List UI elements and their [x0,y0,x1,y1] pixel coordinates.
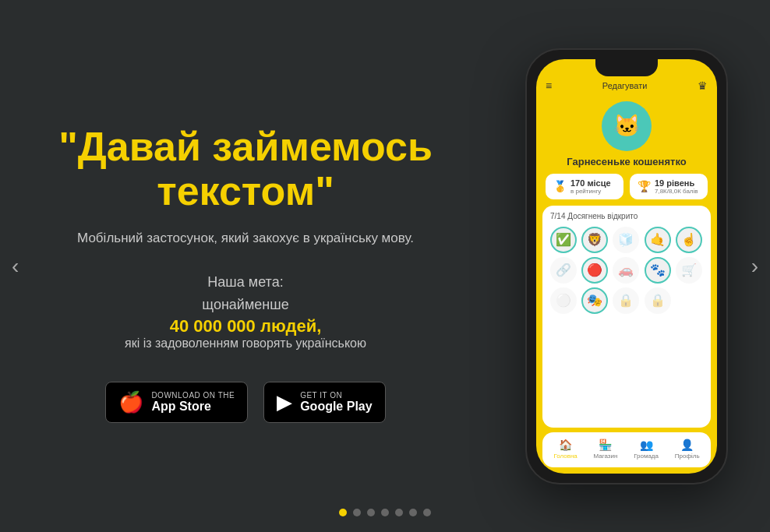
profile-name: Гарнесеньке кошенятко [567,156,686,167]
carousel-dot-3[interactable] [381,509,389,516]
headline: "Давай займемось текстом" [39,125,452,213]
carousel-dot-5[interactable] [409,509,417,516]
apple-store-text: Download on the App Store [151,391,235,414]
carousel-dot-2[interactable] [367,509,375,516]
phone-profile: 🐱 Гарнесеньке кошенятко [536,97,717,174]
phone-header: ≡ Редагувати ♛ [536,76,717,97]
nav-icon: 👤 [680,439,694,451]
achievement-item[interactable]: 🔒 [645,287,671,314]
achievement-item[interactable]: 🤙 [645,227,671,253]
level-sub: 7,8К/8,0К балів [655,188,698,195]
nav-label: Головна [553,453,577,460]
menu-icon[interactable]: ≡ [546,79,552,92]
apple-icon: 🍎 [118,390,143,414]
achievements-header: 7/14 Досягнень відкрито [550,212,703,220]
avatar: 🐱 [602,101,652,151]
achievement-item[interactable]: 🦁 [581,227,608,253]
nav-label: Громада [634,453,659,460]
subtitle: Мобільний застосунок, який закохує в укр… [39,228,452,248]
achievement-item[interactable]: ✅ [550,227,577,253]
achievement-item[interactable]: 🔗 [550,257,577,284]
nav-icon: 🏠 [559,439,572,451]
carousel-dot-6[interactable] [423,509,431,516]
right-panel: ≡ Редагувати ♛ 🐱 Гарнесеньке кошенятко 🥇… [483,0,770,532]
achievement-item[interactable]: 🐾 [645,257,671,284]
carousel-dots [339,509,431,516]
google-store-small: GET IT ON [300,391,372,400]
level-value: 19 рівень [655,178,698,188]
achievement-item[interactable]: 🧊 [613,227,639,253]
phone-screen: ≡ Редагувати ♛ 🐱 Гарнесеньке кошенятко 🥇… [536,59,717,474]
achievements-grid: ✅🦁🧊🤙☝️🔗🔴🚗🐾🛒⚪🎭🔒🔒 [550,227,703,314]
phone-bottom-nav: 🏠Головна🏪Магазин👥Громада👤Профіль [542,432,711,467]
apple-store-big: App Store [151,400,235,414]
google-play-button[interactable]: ▶ GET IT ON Google Play [263,382,385,423]
rank-icon: 🥇 [553,180,567,192]
phone-notch [595,59,658,76]
nav-item-профіль[interactable]: 👤Профіль [675,439,700,460]
nav-item-головна[interactable]: 🏠Головна [553,439,577,460]
carousel-dot-0[interactable] [339,509,347,516]
google-store-text: GET IT ON Google Play [300,391,372,414]
achievements-section: 7/14 Досягнень відкрито ✅🦁🧊🤙☝️🔗🔴🚗🐾🛒⚪🎭🔒🔒 [542,206,711,428]
achievement-item[interactable]: ☝️ [676,227,702,253]
stat-rank: 🥇 170 місце в рейтингу [546,174,623,199]
rank-value: 170 місце [570,178,611,188]
goal-amount: 40 000 000 людей, [39,316,452,336]
store-buttons: 🍎 Download on the App Store ▶ GET IT ON … [39,382,452,423]
nav-item-магазин[interactable]: 🏪Магазин [594,439,618,460]
goal-suffix: які із задоволенням говорять українською [39,336,452,351]
nav-icon: 👥 [640,439,653,451]
nav-icon: 🏪 [599,439,612,451]
apple-store-small: Download on the [151,391,235,400]
google-play-icon: ▶ [277,390,292,414]
goal-label: Наша мета: [39,271,452,294]
next-arrow[interactable]: › [744,246,766,287]
rank-sub: в рейтингу [570,188,611,195]
avatar-emoji: 🐱 [613,113,641,139]
nav-label: Магазин [594,453,618,460]
goal-amount-label: щонайменше [39,294,452,316]
nav-label: Профіль [675,453,700,460]
nav-item-громада[interactable]: 👥Громада [634,439,659,460]
achievement-item[interactable]: 🚗 [613,257,639,284]
phone-mockup: ≡ Редагувати ♛ 🐱 Гарнесеньке кошенятко 🥇… [525,48,728,484]
left-panel: "Давай займемось текстом" Мобільний заст… [0,0,483,532]
google-store-big: Google Play [300,400,372,414]
stat-rank-info: 170 місце в рейтингу [570,178,611,195]
carousel-dot-4[interactable] [395,509,403,516]
goal-section: Наша мета: щонайменше 40 000 000 людей, … [39,271,452,351]
achievement-item[interactable]: 🔴 [581,257,608,284]
crown-icon: ♛ [698,79,708,92]
achievement-item[interactable]: ⚪ [550,287,577,314]
level-icon: 🏆 [638,180,651,192]
stat-level-info: 19 рівень 7,8К/8,0К балів [655,178,698,195]
achievement-item[interactable]: 🎭 [581,287,608,314]
achievement-item[interactable]: 🛒 [676,257,702,284]
stats-row: 🥇 170 місце в рейтингу 🏆 19 рівень 7,8К/… [536,174,717,206]
carousel-dot-1[interactable] [353,509,361,516]
stat-level: 🏆 19 рівень 7,8К/8,0К балів [630,174,708,199]
prev-arrow[interactable]: ‹ [4,246,26,287]
apple-store-button[interactable]: 🍎 Download on the App Store [105,382,248,423]
edit-label[interactable]: Редагувати [602,81,648,90]
achievement-item[interactable]: 🔒 [613,287,639,314]
